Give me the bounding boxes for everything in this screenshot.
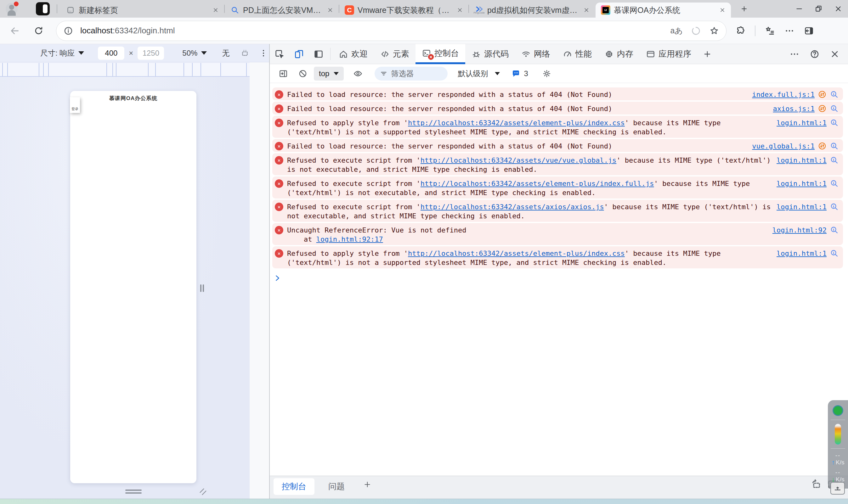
source-link[interactable]: axios.js:1: [773, 105, 815, 113]
minimize-button[interactable]: [790, 0, 809, 18]
message-link[interactable]: http://localhost:63342/assets/element-pl…: [421, 180, 654, 187]
search-icon[interactable]: [830, 90, 838, 99]
tab-performance[interactable]: 性能: [556, 44, 598, 64]
tab-elements[interactable]: 元素: [374, 44, 416, 64]
filter-input[interactable]: [391, 69, 438, 78]
search-icon[interactable]: [830, 179, 838, 188]
source-link[interactable]: vue.global.js:1: [752, 142, 815, 150]
rotate-device-icon[interactable]: [240, 49, 250, 58]
search-icon[interactable]: [830, 226, 838, 234]
inspect-element-button[interactable]: [270, 44, 289, 64]
sidebar-toggle-icon[interactable]: [804, 26, 814, 36]
viewport-width-input[interactable]: [98, 47, 124, 60]
close-window-button[interactable]: [829, 0, 848, 18]
reload-icon[interactable]: [33, 25, 44, 36]
message-link[interactable]: http://localhost:63342/assets/vue/vue.gl…: [421, 156, 617, 164]
corner-resize-handle[interactable]: [198, 487, 208, 496]
message-link[interactable]: http://localhost:63342/assets/element-pl…: [408, 119, 625, 127]
source-link[interactable]: login.html:1: [777, 156, 827, 164]
source-link[interactable]: login.html:1: [777, 250, 827, 257]
login-button[interactable]: 登录: [70, 97, 80, 113]
console-sidebar-toggle-icon[interactable]: [275, 67, 292, 80]
settings-menu-icon[interactable]: [784, 26, 794, 36]
more-options-icon[interactable]: [259, 49, 268, 58]
translate-icon[interactable]: aあ: [670, 25, 683, 36]
search-icon[interactable]: [830, 156, 838, 164]
viewport-height-input[interactable]: [138, 47, 164, 60]
close-icon[interactable]: [326, 6, 334, 14]
device-toolbar-toggle-button[interactable]: [289, 44, 309, 64]
drawer-add-tab-icon[interactable]: [361, 478, 374, 491]
clear-console-icon[interactable]: [294, 67, 311, 80]
browser-tab[interactable]: PingCodepd虚拟机如何安装vm虚拟机: [469, 2, 595, 18]
url-bar[interactable]: localhost:63342/login.html aあ: [56, 21, 726, 41]
network-request-icon[interactable]: [818, 90, 827, 99]
more-tabs-button[interactable]: [697, 44, 717, 64]
network-request-icon[interactable]: [818, 142, 827, 150]
source-link[interactable]: login.html:1: [777, 180, 827, 187]
context-dropdown[interactable]: top: [314, 67, 344, 80]
close-icon[interactable]: [212, 6, 220, 14]
extensions-icon[interactable]: [735, 26, 745, 36]
rendered-page[interactable]: 慕课网OA办公系统 登录: [70, 91, 196, 483]
network-request-icon[interactable]: [818, 104, 827, 113]
tab-console[interactable]: ✕控制台: [416, 44, 465, 64]
devtools-menu-icon[interactable]: [786, 49, 803, 59]
new-tab-button[interactable]: [738, 2, 750, 15]
drawer-tab-issues[interactable]: 问题: [320, 478, 353, 495]
search-icon[interactable]: [830, 249, 838, 258]
copilot-icon[interactable]: [691, 26, 701, 36]
browser-tab[interactable]: 新建标签页: [60, 2, 224, 18]
upload-tray-icon[interactable]: [830, 482, 845, 494]
zoom-dropdown[interactable]: 50%: [182, 49, 207, 58]
search-icon[interactable]: [830, 142, 838, 150]
browser-tab[interactable]: PD上面怎么安装VMware - 搜: [225, 2, 339, 18]
profile-avatar[interactable]: [6, 3, 18, 15]
console-settings-icon[interactable]: [538, 67, 555, 80]
source-link[interactable]: index.full.js:1: [752, 91, 815, 98]
collections-icon[interactable]: [765, 26, 775, 36]
tab-network[interactable]: 网络: [515, 44, 556, 64]
search-icon[interactable]: [830, 104, 838, 113]
search-icon[interactable]: [830, 118, 838, 127]
height-resize-handle[interactable]: [125, 489, 142, 493]
message-link[interactable]: login.html:92:17: [316, 235, 383, 243]
device-width-ruler[interactable]: [0, 62, 250, 77]
rotate-device-icon[interactable]: [809, 478, 822, 491]
search-icon[interactable]: [830, 202, 838, 211]
message-source: login.html:92: [773, 224, 838, 234]
close-icon[interactable]: [456, 6, 464, 14]
tab-home[interactable]: 欢迎: [332, 44, 374, 64]
favorite-star-icon[interactable]: [709, 26, 719, 36]
log-level-dropdown[interactable]: 默认级别: [458, 69, 500, 79]
tab-sources[interactable]: 源代码: [465, 44, 515, 64]
live-expression-icon[interactable]: [349, 67, 366, 80]
tab-application[interactable]: 应用程序: [640, 44, 697, 64]
dock-side-button[interactable]: [309, 44, 328, 64]
message-link[interactable]: http://localhost:63342/assets/element-pl…: [408, 250, 625, 257]
device-size-dropdown[interactable]: 尺寸: 响应: [40, 48, 84, 58]
tab-memory[interactable]: 内存: [598, 44, 640, 64]
console-prompt[interactable]: [270, 270, 848, 282]
close-icon[interactable]: [718, 6, 726, 14]
browser-tab[interactable]: IJ慕课网OA办公系统: [596, 2, 731, 18]
workspace-icon[interactable]: [36, 2, 50, 15]
source-link[interactable]: login.html:1: [777, 119, 827, 127]
source-link[interactable]: login.html:92: [773, 226, 827, 234]
console-filter[interactable]: [375, 67, 447, 80]
url-text[interactable]: localhost:63342/login.html: [80, 26, 664, 36]
browser-tab[interactable]: CVmware下载安装教程（非常: [339, 2, 469, 18]
restore-button[interactable]: [809, 0, 829, 18]
throttle-dropdown[interactable]: 无: [222, 48, 229, 58]
width-resize-handle[interactable]: [200, 284, 204, 292]
message-link[interactable]: http://localhost:63342/assets/axios/axio…: [421, 203, 604, 211]
back-icon[interactable]: [10, 25, 20, 36]
help-icon[interactable]: [806, 49, 824, 59]
drawer-tab-console[interactable]: 控制台: [273, 478, 315, 495]
close-icon[interactable]: [582, 6, 590, 14]
source-link[interactable]: login.html:1: [777, 203, 827, 211]
site-info-icon[interactable]: [63, 26, 73, 36]
close-devtools-icon[interactable]: [826, 49, 844, 59]
issues-counter[interactable]: 3: [511, 69, 528, 78]
system-monitor-widget[interactable]: -- ↑K/s -- ↓K/s: [828, 400, 848, 489]
